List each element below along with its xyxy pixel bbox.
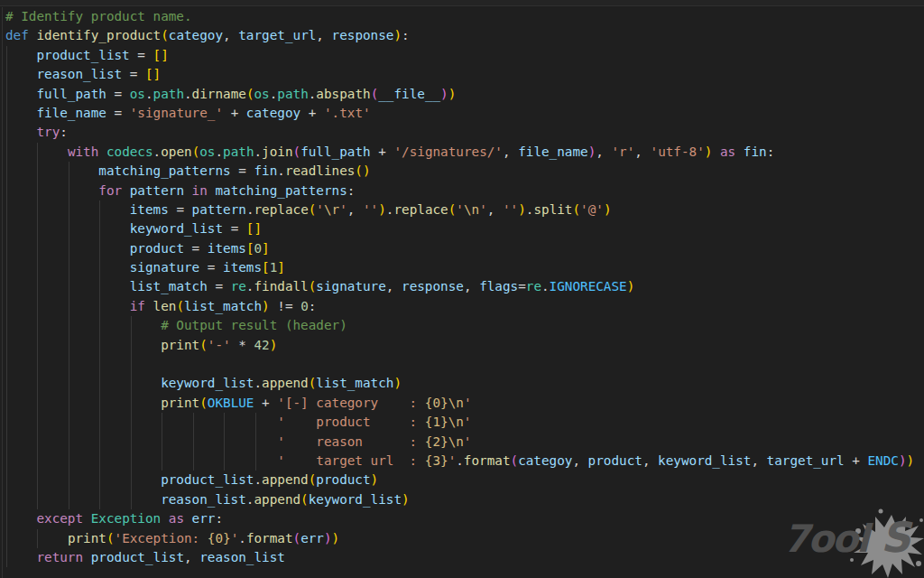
code-token: codecs [106, 144, 153, 159]
code-line-18: print('-' * 42) [0, 336, 924, 355]
code-token: return [36, 550, 90, 564]
code-line-3: product_list = [] [0, 46, 924, 65]
code-token: file_name [36, 106, 106, 120]
code-token: '/signatures/' [393, 144, 503, 159]
code-token: ) [448, 87, 457, 101]
code-token [5, 415, 277, 429]
code-token: '' [363, 202, 378, 217]
code-token: '' [503, 202, 518, 217]
code-token: format [246, 531, 293, 545]
code-token: ' [339, 202, 347, 217]
code-token: = [231, 163, 254, 178]
indent-guide [69, 355, 69, 374]
code-token: ) [378, 202, 386, 217]
code-token: ) [518, 202, 526, 217]
code-token: list_match [316, 376, 393, 390]
code-token: ' target url : [277, 453, 425, 468]
code-token: product [316, 472, 370, 487]
code-token: 'signature_' [130, 106, 223, 120]
code-token: replace [393, 202, 448, 217]
code-token: keyword_list [309, 492, 402, 507]
code-token: + [254, 396, 277, 410]
code-token: # Output result (header) [161, 318, 347, 332]
code-token [5, 87, 36, 101]
code-token: = [106, 87, 130, 101]
code-token: = [518, 279, 526, 294]
code-token [5, 434, 277, 449]
code-token: ) [907, 453, 915, 468]
code-token [5, 318, 161, 332]
code-token: . [254, 376, 262, 390]
code-token [5, 221, 130, 236]
code-token: readlines [285, 163, 355, 178]
code-token: ' [231, 531, 239, 545]
code-line-13: product = items[0] [0, 239, 924, 258]
code-token: open [161, 144, 191, 159]
code-area[interactable]: # Identify product name.def identify_pro… [0, 7, 924, 578]
code-token: items [208, 241, 246, 256]
code-token: {1}\n [425, 415, 464, 429]
code-token: [] [153, 48, 169, 62]
code-token: , [316, 28, 331, 42]
code-token: in [184, 183, 215, 198]
code-line-11: items = pattern.replace('\r', '').replac… [0, 200, 924, 219]
code-line-22: ' product : {1}\n' [0, 413, 924, 432]
code-token: flags [479, 279, 518, 294]
code-token: list_match [184, 299, 262, 313]
code-token: ' [456, 202, 464, 217]
code-line-27: except Exception as err: [0, 509, 924, 528]
code-token: ( [192, 144, 200, 159]
code-token: items [130, 202, 169, 217]
code-token: list_match [130, 279, 208, 294]
code-token [5, 106, 36, 120]
code-token: signature [316, 279, 385, 294]
code-token: reason_list [36, 67, 122, 81]
code-token: '[-] category : [277, 396, 425, 410]
code-line-21: print(OKBLUE + '[-] category : {0}\n' [0, 394, 924, 413]
code-token: . [456, 453, 464, 468]
code-token [5, 163, 98, 178]
code-token: ( [176, 299, 184, 313]
code-token: * [231, 338, 254, 352]
code-token: for [98, 183, 129, 198]
code-line-6: file_name = 'signature_' + categoy + '.t… [0, 104, 924, 123]
code-token: re [231, 279, 246, 294]
code-token: = [122, 67, 145, 81]
code-line-19 [0, 355, 924, 374]
code-token: : [309, 299, 317, 313]
code-token: append [262, 376, 309, 390]
code-token: + [371, 144, 394, 159]
code-token [5, 299, 130, 313]
code-token: try [36, 125, 60, 139]
code-line-12: keyword_list = [] [0, 219, 924, 238]
code-token: ' [464, 434, 472, 449]
code-token: categoy [518, 453, 572, 468]
code-token: , [487, 202, 503, 217]
code-token: ) [627, 279, 635, 294]
code-token: response [402, 279, 464, 294]
code-token: : [767, 144, 775, 159]
code-line-4: reason_list = [] [0, 65, 924, 84]
code-token: ) [588, 144, 596, 159]
code-token: ' [464, 415, 472, 429]
code-token: '@' [580, 202, 604, 217]
code-token: ) [402, 492, 410, 507]
indent-guide [131, 355, 132, 374]
code-token: append [254, 492, 300, 507]
code-token: . [541, 279, 550, 294]
code-token: . [277, 163, 285, 178]
code-token: ) [604, 202, 612, 217]
code-token: ' product : [277, 415, 425, 429]
code-token: ( [106, 531, 115, 545]
code-token: join [262, 144, 292, 159]
code-token: {3} [425, 453, 448, 468]
code-token: , [572, 453, 587, 468]
code-token: # Identify product name. [5, 9, 192, 23]
code-token: 'utf-8' [651, 144, 705, 159]
code-token: keyword_list [161, 376, 254, 390]
code-token: [] [246, 221, 262, 236]
code-token: path [277, 87, 308, 101]
code-token [5, 67, 36, 81]
code-token: + [223, 106, 246, 120]
code-token: 0 [254, 241, 262, 256]
